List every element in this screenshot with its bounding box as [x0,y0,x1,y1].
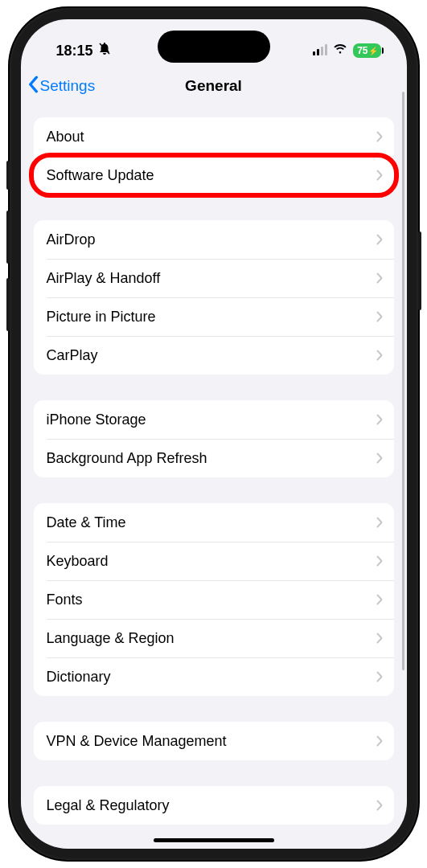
chevron-left-icon [27,76,39,97]
row-language-region[interactable]: Language & Region [34,619,394,657]
chevron-right-icon [376,517,383,528]
back-button[interactable]: Settings [27,76,96,97]
row-label: CarPlay [47,347,98,364]
chevron-right-icon [376,131,383,142]
settings-group: Legal & Regulatory [34,786,394,825]
chevron-right-icon [376,735,383,747]
phone-frame: 18:15 75⚡ [10,8,418,860]
volume-up [6,211,10,264]
cellular-icon [313,46,327,55]
row-label: Background App Refresh [47,450,207,467]
chevron-right-icon [376,800,383,811]
battery-icon: 75⚡ [353,43,380,58]
row-vpn-device[interactable]: VPN & Device Management [34,722,394,760]
row-dictionary[interactable]: Dictionary [34,657,394,696]
row-iphone-storage[interactable]: iPhone Storage [34,400,394,439]
row-label: Fonts [47,592,83,608]
power-button [418,231,421,310]
home-indicator[interactable] [154,838,274,842]
row-keyboard[interactable]: Keyboard [34,542,394,580]
settings-group: VPN & Device Management [34,722,394,760]
charging-icon: ⚡ [368,47,378,55]
row-label: Language & Region [47,630,174,647]
row-airdrop[interactable]: AirDrop [34,220,394,259]
row-label: Date & Time [47,514,126,531]
row-label: Picture in Picture [47,309,156,326]
status-left: 18:15 [56,42,111,59]
row-legal-regulatory[interactable]: Legal & Regulatory [34,786,394,825]
volume-down [6,278,10,331]
row-label: Legal & Regulatory [47,797,170,814]
chevron-right-icon [376,671,383,682]
content[interactable]: AboutSoftware UpdateAirDropAirPlay & Han… [21,106,407,849]
chevron-right-icon [376,452,383,464]
screen: 18:15 75⚡ [21,19,407,849]
chevron-right-icon [376,350,383,361]
nav-bar: Settings General [21,66,407,106]
battery-level: 75 [357,45,367,56]
settings-group: Date & TimeKeyboardFontsLanguage & Regio… [34,503,394,696]
row-about[interactable]: About [34,117,394,156]
settings-group: iPhone StorageBackground App Refresh [34,400,394,477]
row-carplay[interactable]: CarPlay [34,336,394,375]
row-fonts[interactable]: Fonts [34,580,394,619]
chevron-right-icon [376,311,383,322]
row-label: About [47,129,84,145]
back-label: Settings [40,77,96,95]
row-label: AirPlay & Handoff [47,270,161,287]
row-label: Keyboard [47,553,109,570]
row-label: Dictionary [47,669,111,686]
mute-switch [6,161,10,190]
chevron-right-icon [376,555,383,567]
chevron-right-icon [376,414,383,425]
silent-icon [98,42,111,59]
row-label: iPhone Storage [47,411,146,428]
chevron-right-icon [376,272,383,284]
row-label: Software Update [47,167,154,184]
status-time: 18:15 [56,43,93,59]
row-label: VPN & Device Management [47,733,227,750]
wifi-icon [333,43,347,58]
settings-group: AirDropAirPlay & HandoffPicture in Pictu… [34,220,394,375]
row-label: AirDrop [47,231,96,248]
page-title: General [185,77,242,95]
status-right: 75⚡ [313,43,380,58]
chevron-right-icon [376,234,383,245]
settings-group: AboutSoftware Update [34,117,394,194]
chevron-right-icon [376,633,383,644]
row-background-refresh[interactable]: Background App Refresh [34,439,394,477]
row-airplay-handoff[interactable]: AirPlay & Handoff [34,259,394,297]
row-pip[interactable]: Picture in Picture [34,297,394,336]
row-date-time[interactable]: Date & Time [34,503,394,542]
row-software-update[interactable]: Software Update [34,156,394,194]
dynamic-island [158,31,270,63]
chevron-right-icon [376,170,383,181]
chevron-right-icon [376,594,383,605]
